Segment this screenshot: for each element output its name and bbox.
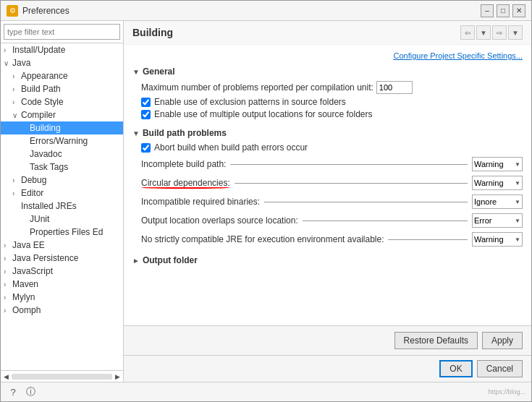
incompatible-binaries-dropdown-wrapper: Ignore Warning Error ▼ xyxy=(472,194,523,209)
section-expand-icon: ► xyxy=(132,257,140,265)
incomplete-build-path-row: Incomplete build path: Warning Ignore Er… xyxy=(141,157,523,171)
configure-project-link[interactable]: Configure Project Specific Settings... xyxy=(393,51,523,60)
section-collapse-icon: ▼ xyxy=(132,129,140,137)
nav-forward-button[interactable]: ⇨ xyxy=(492,25,507,40)
watermark-text: https://blog... xyxy=(488,388,525,395)
sidebar-item-building[interactable]: Building xyxy=(1,121,123,134)
separator-line xyxy=(303,221,468,221)
sidebar-item-label: Task Tags xyxy=(30,162,120,172)
sidebar-item-javascript[interactable]: › JavaScript xyxy=(1,265,123,278)
sidebar-item-label: Debug xyxy=(21,175,120,185)
exclusion-patterns-row: Enable use of exclusion patterns in sour… xyxy=(141,97,523,107)
no-jre-select[interactable]: Warning Ignore Error xyxy=(472,232,523,247)
arrow-icon: › xyxy=(4,307,12,315)
title-bar: ⚙ Preferences – □ ✕ xyxy=(1,1,531,21)
output-folder-section: ► Output folder xyxy=(132,255,523,265)
sidebar-item-compiler[interactable]: ∨ Compiler xyxy=(1,108,123,121)
sidebar-item-appearance[interactable]: › Appearance xyxy=(1,69,123,82)
output-folder-section-header[interactable]: ► Output folder xyxy=(132,255,523,265)
sidebar-item-label: Oomph xyxy=(12,305,120,315)
exclusion-patterns-checkbox[interactable] xyxy=(141,98,151,107)
scroll-left-icon[interactable]: ◀ xyxy=(2,373,10,380)
apply-button[interactable]: Apply xyxy=(482,332,523,349)
configure-link-container: Configure Project Specific Settings... xyxy=(132,51,523,61)
maximize-button[interactable]: □ xyxy=(497,4,510,17)
incomplete-build-path-select[interactable]: Warning Ignore Error xyxy=(472,157,523,171)
main-panel: Building ⇦ ▼ ⇨ ▼ Configure Project Speci… xyxy=(124,21,531,382)
sidebar-item-java-persistence[interactable]: › Java Persistence xyxy=(1,252,123,265)
sidebar-item-mylyn[interactable]: › Mylyn xyxy=(1,291,123,304)
circular-deps-select[interactable]: Warning Ignore Error xyxy=(472,176,523,190)
spacer xyxy=(21,228,30,236)
output-location-select[interactable]: Error Ignore Warning xyxy=(472,213,523,228)
page-title: Building xyxy=(132,27,460,38)
sidebar-item-label: Appearance xyxy=(21,71,120,81)
max-problems-input[interactable] xyxy=(376,81,413,94)
sidebar-item-label: Mylyn xyxy=(12,292,120,302)
arrow-icon: › xyxy=(12,98,21,106)
ok-cancel-footer: OK Cancel xyxy=(124,355,531,382)
sidebar-item-label: Compiler xyxy=(21,110,120,120)
no-jre-dropdown-wrapper: Warning Ignore Error ▼ xyxy=(472,232,523,247)
general-section: ▼ General Maximum number of problems rep… xyxy=(132,67,523,119)
separator-line xyxy=(230,164,468,165)
build-path-section-title: Build path problems xyxy=(143,128,227,138)
sidebar-item-label: JavaScript xyxy=(12,266,120,276)
sidebar-item-java-ee[interactable]: › Java EE xyxy=(1,239,123,252)
sidebar-item-debug[interactable]: › Debug xyxy=(1,174,123,187)
scroll-right-icon[interactable]: ▶ xyxy=(114,373,122,380)
sidebar-item-label: Java Persistence xyxy=(12,253,120,263)
separator-line xyxy=(388,239,468,240)
sidebar-item-label: Build Path xyxy=(21,84,120,94)
sidebar-item-maven[interactable]: › Maven xyxy=(1,278,123,291)
sidebar-item-junit[interactable]: JUnit xyxy=(1,213,123,226)
arrow-icon: › xyxy=(4,46,12,54)
sidebar: › Install/Update ∨ Java › Appearance › B… xyxy=(1,21,124,382)
sidebar-item-properties-files[interactable]: Properties Files Ed xyxy=(1,226,123,239)
sidebar-item-errors-warnings[interactable]: Errors/Warning xyxy=(1,134,123,147)
sidebar-item-editor[interactable]: › Editor xyxy=(1,187,123,200)
tree: › Install/Update ∨ Java › Appearance › B… xyxy=(1,43,123,370)
multiple-output-checkbox[interactable] xyxy=(141,110,151,119)
max-problems-label: Maximum number of problems reported per … xyxy=(141,82,373,93)
window-controls: – □ ✕ xyxy=(481,4,525,17)
preferences-window: ⚙ Preferences – □ ✕ › Install/Update ∨ xyxy=(0,0,532,402)
sidebar-item-install-update[interactable]: › Install/Update xyxy=(1,43,123,56)
nav-dropdown-button[interactable]: ▼ xyxy=(476,25,491,40)
spacer xyxy=(21,150,30,158)
separator-line xyxy=(264,202,468,202)
no-jre-row: No strictly compatible JRE for execution… xyxy=(141,232,523,247)
multiple-output-label: Enable use of multiple output locations … xyxy=(154,109,373,119)
build-path-problems-section: ▼ Build path problems Abort build when b… xyxy=(132,128,523,247)
nav-buttons: ⇦ ▼ ⇨ ▼ xyxy=(460,25,523,40)
help-icon[interactable]: ? xyxy=(7,385,20,398)
general-section-header[interactable]: ▼ General xyxy=(132,67,523,77)
build-path-section-header[interactable]: ▼ Build path problems xyxy=(132,128,523,138)
sidebar-item-javadoc[interactable]: Javadoc xyxy=(1,147,123,161)
restore-defaults-button[interactable]: Restore Defaults xyxy=(394,332,478,349)
sidebar-item-oomph[interactable]: › Oomph xyxy=(1,304,123,317)
incompatible-binaries-select[interactable]: Ignore Warning Error xyxy=(472,194,523,209)
sidebar-item-build-path[interactable]: › Build Path xyxy=(1,82,123,95)
sidebar-item-label: Maven xyxy=(12,279,120,289)
search-input[interactable] xyxy=(4,24,120,40)
window-icon: ⚙ xyxy=(7,5,18,17)
output-location-dropdown-wrapper: Error Ignore Warning ▼ xyxy=(472,213,523,228)
sidebar-item-task-tags[interactable]: Task Tags xyxy=(1,161,123,174)
info-icon[interactable]: ⓘ xyxy=(24,385,37,398)
ok-button[interactable]: OK xyxy=(439,360,472,377)
sidebar-item-code-style[interactable]: › Code Style xyxy=(1,95,123,108)
abort-build-checkbox[interactable] xyxy=(141,143,151,153)
minimize-button[interactable]: – xyxy=(481,4,494,17)
close-button[interactable]: ✕ xyxy=(512,4,525,17)
nav-back-button[interactable]: ⇦ xyxy=(460,25,475,40)
nav-forward-dropdown-button[interactable]: ▼ xyxy=(508,25,523,40)
circular-deps-label: Circular dependencies: xyxy=(141,178,230,188)
cancel-button[interactable]: Cancel xyxy=(477,360,523,377)
scroll-thumb[interactable] xyxy=(12,374,112,380)
spacer xyxy=(21,215,30,223)
panel-footer: Restore Defaults Apply xyxy=(124,325,531,355)
sidebar-item-installed-jres[interactable]: Installed JREs xyxy=(1,200,123,213)
abort-build-label: Abort build when build path errors occur xyxy=(154,142,308,153)
sidebar-item-java[interactable]: ∨ Java xyxy=(1,56,123,69)
